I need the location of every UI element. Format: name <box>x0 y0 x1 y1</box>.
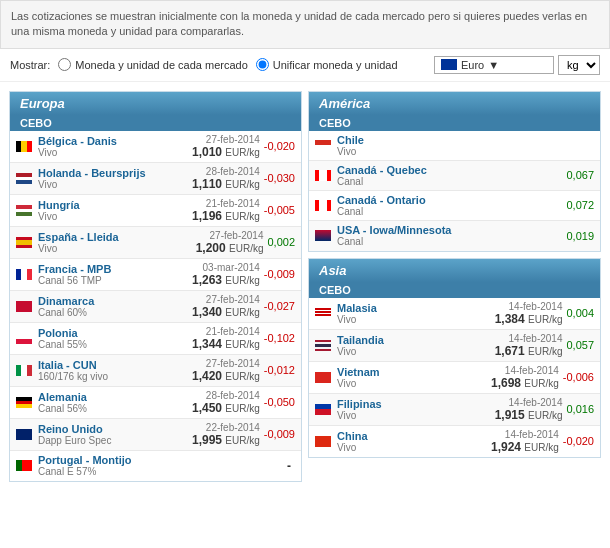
market-info: Alemania Canal 56% <box>38 391 188 414</box>
america-sub: CEBO <box>309 115 600 131</box>
flag-dk2-icon <box>16 301 32 312</box>
europa-row-10: Portugal - Montijo Canal E 57% - <box>10 451 301 481</box>
asia-sub: CEBO <box>309 282 600 298</box>
market-price-col: 28-feb-2014 1,110 EUR/kg <box>192 166 260 191</box>
market-price-col: 14-feb-2014 1,924 EUR/kg <box>491 429 559 454</box>
flag-gb3-icon <box>16 429 32 440</box>
europa-row-2: Hungría Vivo 21-feb-2014 1,196 EUR/kg -0… <box>10 195 301 227</box>
change-2: -0,005 <box>264 204 295 216</box>
as-change-2: -0,006 <box>563 371 594 383</box>
europa-sub: CEBO <box>10 115 301 131</box>
asia-header: Asia <box>309 259 600 282</box>
america-row-3: USA - Iowa/Minnesota Canal 0,019 <box>309 221 600 251</box>
market-price-col: 21-feb-2014 1,344 EUR/kg <box>192 326 260 351</box>
change-4: -0,009 <box>264 268 295 280</box>
as-change-4: -0,020 <box>563 435 594 447</box>
market-price-col: 27-feb-2014 1,420 EUR/kg <box>192 358 260 383</box>
flag-vn2-icon <box>315 372 331 383</box>
change-7: -0,012 <box>264 364 295 376</box>
currency-dropdown-btn[interactable]: Euro ▼ <box>434 56 554 74</box>
europa-row-9: Reino Unido Dapp Euro Spec 22-feb-2014 1… <box>10 419 301 451</box>
am-change-2: 0,072 <box>566 199 594 211</box>
market-price-col: 14-feb-2014 1,698 EUR/kg <box>491 365 559 390</box>
options-bar: Mostrar: Moneda y unidad de cada mercado… <box>0 49 610 82</box>
america-header: América <box>309 92 600 115</box>
flag-pl2-icon <box>16 333 32 344</box>
flag-cl2-icon <box>315 140 331 151</box>
america-row-1: Canadá - Quebec Canal 0,067 <box>309 161 600 191</box>
flag-de-icon <box>16 397 32 408</box>
market-info: Dinamarca Canal 60% <box>38 295 188 318</box>
right-column: América CEBO Chile Vivo Ca <box>305 88 604 461</box>
market-info: Italia - CUN 160/176 kg vivo <box>38 359 188 382</box>
currency-selector: Euro ▼ Euro Canadian dollar Chile Peso <box>434 55 600 75</box>
market-info: Portugal - Montijo Canal E 57% <box>38 454 283 477</box>
market-info: Tailandia Vivo <box>337 334 491 357</box>
flag-cn2-icon <box>315 436 331 447</box>
flag-nl-icon <box>16 173 32 184</box>
unit-select[interactable]: kg lb <box>558 55 600 75</box>
america-row-0: Chile Vivo <box>309 131 600 161</box>
flag-be-icon <box>16 141 32 152</box>
change-9: -0,009 <box>264 428 295 440</box>
option-per-market[interactable]: Moneda y unidad de cada mercado <box>58 58 247 71</box>
change-3: 0,002 <box>267 236 295 248</box>
market-price-col: 27-feb-2014 1,340 EUR/kg <box>192 294 260 319</box>
option-unify[interactable]: Unificar moneda y unidad <box>256 58 398 71</box>
selected-currency: Euro <box>461 59 484 71</box>
asia-row-4: China Vivo 14-feb-2014 1,924 EUR/kg -0,0… <box>309 426 600 457</box>
america-row-2: Canadá - Ontario Canal 0,072 <box>309 191 600 221</box>
flag-ca3-icon <box>315 200 331 211</box>
europa-row-4: Francia - MPB Canal 56 TMP 03-mar-2014 1… <box>10 259 301 291</box>
market-price-col: - <box>287 459 291 473</box>
market-info: Holanda - Beursprijs Vivo <box>38 167 188 190</box>
market-info: Polonia Canal 55% <box>38 327 188 350</box>
asia-row-3: Filipinas Vivo 14-feb-2014 1,915 EUR/kg … <box>309 394 600 426</box>
market-price-col: 14-feb-2014 1,915 EUR/kg <box>495 397 563 422</box>
market-price-col: 03-mar-2014 1,263 EUR/kg <box>192 262 260 287</box>
asia-section: Asia CEBO Malasia Vivo 14-feb-2014 1,384… <box>308 258 601 458</box>
asia-row-1: Tailandia Vivo 14-feb-2014 1,671 EUR/kg … <box>309 330 600 362</box>
change-0: -0,020 <box>264 140 295 152</box>
flag-ca2-icon <box>315 170 331 181</box>
market-info: Canadá - Quebec Canal <box>337 164 558 187</box>
main-grid: Europa CEBO Bélgica - Danis Vivo 27-feb-… <box>0 82 610 491</box>
market-info: USA - Iowa/Minnesota Canal <box>337 224 558 247</box>
am-change-1: 0,067 <box>566 169 594 181</box>
market-price-col: 14-feb-2014 1,671 EUR/kg <box>495 333 563 358</box>
change-8: -0,050 <box>264 396 295 408</box>
market-info: Bélgica - Danis Vivo <box>38 135 188 158</box>
flag-fr-icon <box>16 269 32 280</box>
flag-my2-icon <box>315 308 331 319</box>
change-6: -0,102 <box>264 332 295 344</box>
chevron-down-icon: ▼ <box>488 59 499 71</box>
europa-header: Europa <box>10 92 301 115</box>
market-info: Canadá - Ontario Canal <box>337 194 558 217</box>
europa-row-1: Holanda - Beursprijs Vivo 28-feb-2014 1,… <box>10 163 301 195</box>
flag-hu2-icon <box>16 205 32 216</box>
flag-es-icon <box>16 237 32 248</box>
flag-th2-icon <box>315 340 331 351</box>
europa-section: Europa CEBO Bélgica - Danis Vivo 27-feb-… <box>9 91 302 482</box>
asia-row-2: Vietnam Vivo 14-feb-2014 1,698 EUR/kg -0… <box>309 362 600 394</box>
market-info: Chile Vivo <box>337 134 586 157</box>
market-info: Francia - MPB Canal 56 TMP <box>38 263 188 286</box>
change-5: -0,027 <box>264 300 295 312</box>
market-info: Filipinas Vivo <box>337 398 491 421</box>
market-price-col: 14-feb-2014 1,384 EUR/kg <box>495 301 563 326</box>
top-info: Las cotizaciones se muestran inicialment… <box>0 0 610 49</box>
europa-row-8: Alemania Canal 56% 28-feb-2014 1,450 EUR… <box>10 387 301 419</box>
europa-row-7: Italia - CUN 160/176 kg vivo 27-feb-2014… <box>10 355 301 387</box>
selected-flag-icon <box>441 59 457 70</box>
market-price-col: 22-feb-2014 1,995 EUR/kg <box>192 422 260 447</box>
as-change-3: 0,016 <box>566 403 594 415</box>
currency-dropdown[interactable]: Euro ▼ Euro Canadian dollar Chile Peso <box>434 56 554 74</box>
europa-row-5: Dinamarca Canal 60% 27-feb-2014 1,340 EU… <box>10 291 301 323</box>
market-price-col: 27-feb-2014 1,200 EUR/kg <box>196 230 264 255</box>
change-1: -0,030 <box>264 172 295 184</box>
as-change-0: 0,004 <box>566 307 594 319</box>
market-info: China Vivo <box>337 430 487 453</box>
market-info: Malasia Vivo <box>337 302 491 325</box>
as-change-1: 0,057 <box>566 339 594 351</box>
europa-row-6: Polonia Canal 55% 21-feb-2014 1,344 EUR/… <box>10 323 301 355</box>
